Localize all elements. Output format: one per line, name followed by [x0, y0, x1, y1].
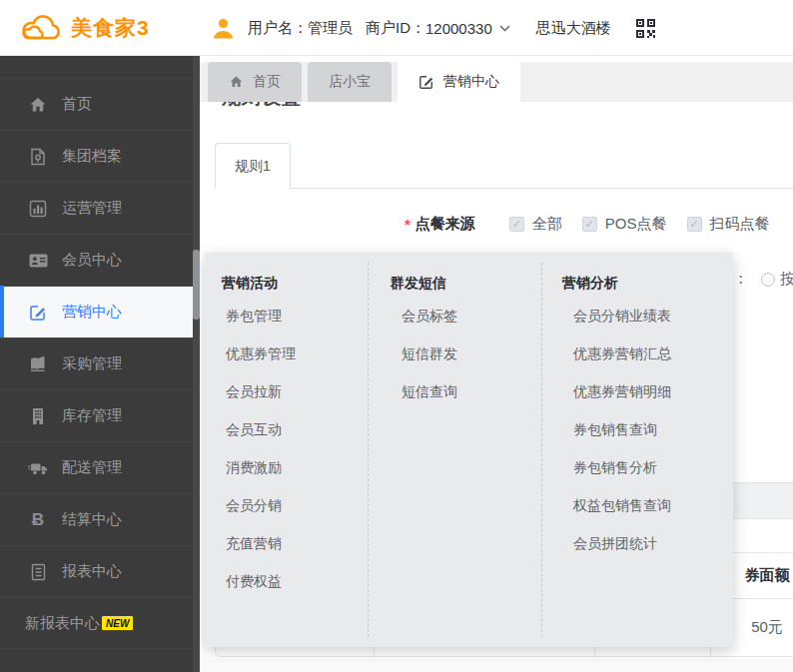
sidebar-item-label: 运营管理: [62, 199, 122, 218]
radio-button-icon[interactable]: [761, 273, 775, 287]
sidebar-item-marketing[interactable]: 营销中心: [0, 286, 200, 337]
label-colon-fragment: ：: [733, 270, 748, 289]
sidebar-item-label: 结算中心: [62, 510, 122, 529]
sidebar-item-reports[interactable]: 报表中心: [0, 545, 200, 597]
sidebar-item-inventory[interactable]: 库存管理: [0, 389, 200, 441]
rule-tabs-divider: [215, 188, 793, 189]
menu-item-consumption-incentive[interactable]: 消费激励: [205, 448, 368, 486]
menu-item-coupon-mgmt[interactable]: 优惠券管理: [205, 335, 368, 372]
app-window: 美食家3 用户名： 管理员 商户ID： 12000330 思迅大酒楼: [0, 0, 793, 672]
menu-item-coupon-package-sales-analysis[interactable]: 券包销售分析: [542, 448, 733, 486]
page-bottom-strip: [200, 659, 793, 672]
tab-label: 店小宝: [329, 73, 371, 91]
menu-item-member-acquisition[interactable]: 会员拉新: [205, 372, 368, 410]
rule-tab-1[interactable]: 规则1: [215, 143, 291, 189]
user-avatar-icon: [212, 17, 235, 40]
clipped-heading: 规则设置: [222, 102, 314, 115]
delivery-truck-icon: [28, 460, 48, 476]
sidebar-item-operations[interactable]: 运营管理: [0, 182, 200, 234]
settlement-bitcoin-icon: Ƀ: [28, 511, 48, 528]
chevron-down-icon[interactable]: [499, 25, 510, 32]
home-icon: [28, 96, 48, 114]
menu-item-coupon-package-sales-query[interactable]: 券包销售查询: [542, 410, 733, 448]
menu-column-bulk-sms: 群发短信 会员标签 短信群发 短信查询: [368, 263, 541, 637]
menu-column-marketing-analysis: 营销分析 会员分销业绩表 优惠券营销汇总 优惠券营销明细 券包销售查询 券包销售…: [541, 263, 733, 637]
menu-item-member-distribution-report[interactable]: 会员分销业绩表: [542, 297, 733, 335]
menu-column-title: 营销分析: [542, 275, 733, 293]
sidebar-item-label: 会员中心: [62, 251, 122, 270]
order-source-checkbox-group: ✓ 全部 ✓ POS点餐 ✓ 扫码点餐: [509, 215, 770, 234]
user-bar: 用户名： 管理员 商户ID： 12000330 思迅大酒楼: [212, 0, 656, 56]
merchant-id-label: 商户ID：: [366, 19, 425, 38]
merchant-id-value: 12000330: [425, 20, 492, 37]
sidebar-item-label: 报表中心: [62, 562, 122, 581]
marketing-edit-icon: [28, 304, 48, 322]
sidebar-scrollbar-thumb[interactable]: [193, 250, 200, 320]
sidebar-item-settlement[interactable]: Ƀ 结算中心: [0, 493, 200, 545]
sidebar-item-group-archive[interactable]: 集团档案: [0, 130, 200, 182]
app-logo: 美食家3: [18, 0, 150, 56]
tab-label: 首页: [253, 73, 281, 91]
sidebar-item-purchase[interactable]: 采购管理: [0, 337, 200, 389]
checkbox-checked-icon: ✓: [582, 217, 597, 232]
cloud-logo-icon: [18, 12, 64, 44]
sidebar-item-label: 集团档案: [62, 147, 122, 166]
marketing-mega-menu: 营销活动 券包管理 优惠券管理 会员拉新 会员互动 消费激励 会员分销 充值营销…: [205, 253, 733, 647]
sidebar-scrollbar-track: [193, 56, 200, 672]
tab-strip: 首页 店小宝 营销中心: [200, 56, 793, 102]
checkbox-checked-icon: ✓: [687, 217, 702, 232]
checkbox-all[interactable]: ✓ 全部: [509, 215, 562, 234]
qr-code-icon[interactable]: [635, 18, 656, 39]
menu-column-marketing-activities: 营销活动 券包管理 优惠券管理 会员拉新 会员互动 消费激励 会员分销 充值营销…: [205, 263, 368, 637]
menu-item-coupon-marketing-detail[interactable]: 优惠券营销明细: [542, 372, 733, 410]
checkbox-pos-order[interactable]: ✓ POS点餐: [582, 215, 667, 234]
tab-dianxiaobao[interactable]: 店小宝: [308, 62, 392, 102]
menu-item-coupon-marketing-summary[interactable]: 优惠券营销汇总: [542, 335, 733, 372]
menu-item-coupon-package-mgmt[interactable]: 券包管理: [205, 297, 368, 335]
menu-item-benefit-package-sales-query[interactable]: 权益包销售查询: [542, 486, 733, 524]
sidebar: 首页 集团档案 运: [0, 56, 200, 672]
menu-item-member-tags[interactable]: 会员标签: [369, 297, 541, 335]
sidebar-item-members[interactable]: 会员中心: [0, 234, 200, 286]
username-value: 管理员: [308, 19, 353, 38]
sidebar-item-label: 采购管理: [62, 354, 122, 373]
menu-item-member-groupbuy-stats[interactable]: 会员拼团统计: [542, 524, 733, 562]
checkbox-scan-order[interactable]: ✓ 扫码点餐: [687, 215, 770, 234]
menu-item-sms-bulk-send[interactable]: 短信群发: [369, 335, 541, 372]
sidebar-item-delivery[interactable]: 配送管理: [0, 441, 200, 493]
store-name: 思迅大酒楼: [536, 19, 611, 38]
order-source-label: 点餐来源: [415, 215, 475, 234]
menu-item-paid-benefits[interactable]: 付费权益: [205, 562, 368, 600]
logo-text: 美食家3: [71, 14, 150, 42]
username-label: 用户名：: [248, 19, 308, 38]
checkbox-checked-icon: ✓: [509, 217, 524, 232]
menu-item-sms-query[interactable]: 短信查询: [369, 372, 541, 410]
report-file-icon: [28, 563, 48, 581]
purchase-book-icon: [28, 355, 48, 372]
inventory-building-icon: [28, 407, 48, 425]
sidebar-item-label: 配送管理: [62, 458, 122, 477]
sidebar-item-home[interactable]: 首页: [0, 78, 200, 130]
menu-column-title: 营销活动: [205, 275, 368, 293]
merchant-selector[interactable]: 商户ID： 12000330: [366, 19, 510, 38]
sidebar-item-label: 库存管理: [62, 406, 122, 425]
menu-item-member-distribution[interactable]: 会员分销: [205, 486, 368, 524]
chart-icon: [28, 200, 48, 218]
sidebar-item-label: 营销中心: [62, 303, 122, 322]
tab-marketing-center[interactable]: 营销中心: [397, 62, 520, 102]
menu-item-member-interaction[interactable]: 会员互动: [205, 410, 368, 448]
topbar: 美食家3 用户名： 管理员 商户ID： 12000330 思迅大酒楼: [0, 0, 793, 56]
tab-home[interactable]: 首页: [208, 62, 302, 102]
order-source-form-row: * 点餐来源 ✓ 全部 ✓ POS点餐 ✓ 扫码点餐: [404, 215, 770, 234]
menu-item-recharge-marketing[interactable]: 充值营销: [205, 524, 368, 562]
archive-icon: [28, 148, 48, 166]
sidebar-item-new-reports[interactable]: 新报表中心 NEW: [0, 597, 200, 649]
sidebar-menu: 首页 集团档案 运: [0, 78, 200, 649]
edit-icon: [418, 74, 434, 90]
members-icon: [28, 253, 48, 269]
content-area: 规则设置 规则1 * 点餐来源 ✓ 全部 ✓ POS点餐 ✓ 扫码点餐: [200, 102, 793, 672]
sidebar-item-label: 首页: [62, 95, 92, 114]
radio-label-fragment: 按: [780, 270, 793, 289]
radio-option-fragment: ： 按: [733, 270, 793, 289]
home-icon: [229, 75, 244, 89]
